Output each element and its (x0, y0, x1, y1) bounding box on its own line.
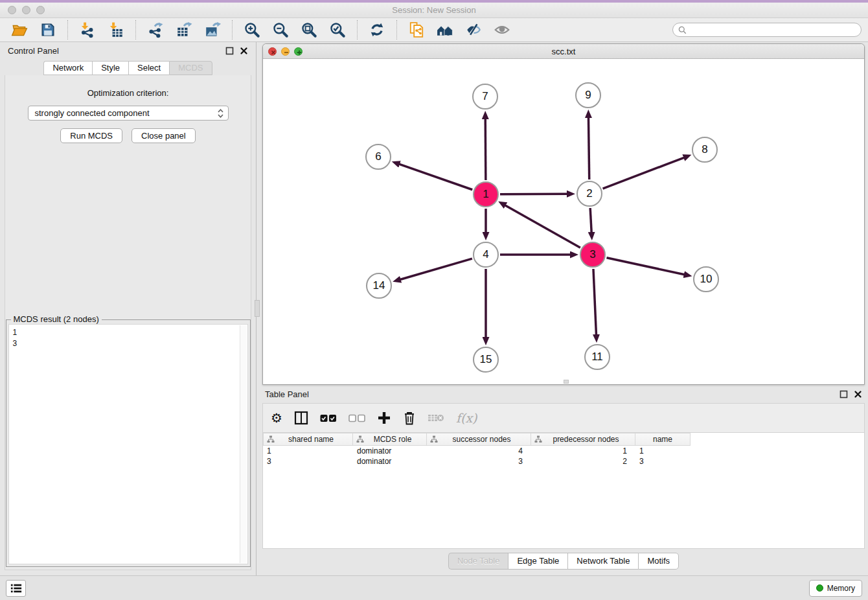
graph-edge-3-10[interactable] (606, 258, 685, 275)
open-session-icon[interactable] (11, 21, 28, 38)
select-all-icon[interactable] (320, 414, 337, 422)
network-window-titlebar[interactable]: scc.txt (263, 44, 864, 59)
eye-icon[interactable] (494, 21, 510, 38)
task-history-button[interactable] (6, 580, 26, 597)
network-window-controls (268, 47, 303, 56)
maximize-window-button[interactable] (36, 6, 45, 14)
function-builder-icon: f(x) (456, 411, 477, 425)
close-window-button[interactable] (8, 6, 16, 14)
add-row-icon[interactable] (377, 411, 391, 425)
memory-button[interactable]: Memory (809, 580, 862, 597)
graph-edge-2-9[interactable] (588, 117, 589, 179)
tab-edge-table[interactable]: Edge Table (508, 553, 567, 570)
criterion-value: strongly connected component (35, 108, 217, 118)
mcds-panel-body: Optimization criterion: strongly connect… (5, 75, 251, 570)
export-table-icon[interactable] (176, 21, 192, 38)
graph-node-7[interactable]: 7 (472, 84, 498, 110)
graph-node-2[interactable]: 2 (577, 181, 602, 207)
float-panel-icon[interactable] (839, 390, 848, 398)
graph-node-14[interactable]: 14 (366, 273, 392, 299)
graph-edge-2-3[interactable] (590, 208, 591, 233)
tab-mcds[interactable]: MCDS (169, 61, 212, 75)
zoom-selected-icon[interactable] (329, 21, 346, 38)
column-header-mcds-role[interactable]: MCDS role (353, 433, 427, 446)
close-network-button[interactable] (268, 47, 277, 56)
graph-node-1[interactable]: 1 (473, 181, 499, 207)
split-columns-icon[interactable] (294, 411, 308, 425)
tab-node-table[interactable]: Node Table (448, 553, 508, 570)
memory-status-dot (816, 584, 823, 592)
export-network-icon[interactable] (147, 21, 164, 38)
float-panel-icon[interactable] (225, 47, 234, 55)
table-header-row: shared name MCDS role successor nodes (263, 433, 864, 446)
graph-edge-1-7[interactable] (485, 118, 486, 180)
minimize-network-button[interactable] (281, 47, 290, 56)
zoom-fit-icon[interactable] (301, 21, 317, 38)
graph-node-10[interactable]: 10 (693, 266, 719, 292)
refresh-icon[interactable] (369, 21, 385, 38)
control-panel: Control Panel Network Style Select MCDS … (0, 42, 257, 575)
edge-layer (263, 59, 864, 384)
node-table: shared name MCDS role successor nodes (262, 432, 865, 549)
graph-node-8[interactable]: 8 (692, 137, 718, 163)
close-panel-button[interactable]: Close panel (131, 128, 196, 143)
table-row[interactable]: 3 dominator 3 2 3 (263, 456, 864, 467)
import-table-icon[interactable] (108, 21, 124, 38)
graph-edge-4-14[interactable] (400, 259, 472, 280)
gear-icon[interactable]: ⚙ (271, 411, 282, 424)
cell-shared-name: 3 (263, 457, 353, 466)
zoom-in-icon[interactable] (244, 21, 260, 38)
graph-edge-1-2[interactable] (500, 194, 568, 194)
close-panel-icon[interactable] (854, 390, 862, 398)
minimize-window-button[interactable] (22, 6, 30, 14)
graph-edge-2-8[interactable] (603, 157, 685, 189)
network-document-icon[interactable] (408, 21, 425, 38)
result-scrollbar[interactable] (240, 325, 247, 563)
graph-node-3[interactable]: 3 (580, 242, 606, 268)
mcds-result-textarea[interactable]: 1 3 (8, 324, 248, 564)
graph-edge-3-11[interactable] (593, 269, 597, 336)
close-panel-icon[interactable] (240, 47, 248, 55)
import-network-icon[interactable] (79, 21, 96, 38)
toolbar-separator (396, 20, 397, 40)
column-header-shared-name[interactable]: shared name (263, 433, 353, 446)
home-icon[interactable] (437, 21, 453, 38)
column-header-name[interactable]: name (635, 433, 691, 446)
tab-select[interactable]: Select (128, 61, 169, 75)
column-header-successor-nodes[interactable]: successor nodes (427, 433, 531, 446)
tree-icon (356, 435, 364, 443)
delete-row-icon[interactable] (403, 411, 416, 425)
graph-edge-3-1[interactable] (505, 205, 580, 248)
save-session-icon[interactable] (40, 21, 56, 38)
graph-node-9[interactable]: 9 (575, 82, 601, 108)
tab-style[interactable]: Style (92, 61, 128, 75)
graph-node-4[interactable]: 4 (473, 242, 499, 268)
column-header-predecessor-nodes[interactable]: predecessor nodes (531, 433, 635, 446)
tab-network[interactable]: Network (43, 61, 92, 75)
splitter-handle[interactable] (255, 300, 260, 317)
criterion-dropdown[interactable]: strongly connected component (28, 106, 229, 121)
zoom-out-icon[interactable] (272, 21, 289, 38)
main-titlebar[interactable]: Session: New Session (0, 3, 868, 18)
hide-graphics-details-icon[interactable] (465, 21, 482, 38)
run-mcds-button[interactable]: Run MCDS (60, 128, 122, 143)
search-field[interactable] (672, 23, 862, 37)
network-canvas[interactable]: 7968124314101511 (263, 59, 864, 384)
main-toolbar (0, 18, 868, 42)
maximize-network-button[interactable] (294, 47, 303, 56)
deselect-all-icon[interactable] (348, 414, 365, 422)
export-image-icon[interactable] (204, 21, 221, 38)
graph-node-11[interactable]: 11 (584, 344, 610, 370)
cell-name: 1 (635, 446, 691, 456)
graph-node-6[interactable]: 6 (365, 144, 391, 170)
toolbar-separator (232, 20, 233, 40)
graph-edge-1-6[interactable] (398, 164, 472, 190)
status-bar: Memory (0, 575, 868, 600)
tab-motifs[interactable]: Motifs (638, 553, 679, 570)
canvas-splitter-handle[interactable] (564, 380, 569, 384)
graph-node-15[interactable]: 15 (473, 347, 499, 373)
table-row[interactable]: 1 dominator 4 1 1 (263, 446, 864, 456)
search-input[interactable] (690, 25, 856, 34)
tab-network-table[interactable]: Network Table (567, 553, 638, 570)
table-panel: Table Panel ⚙ (257, 385, 868, 575)
